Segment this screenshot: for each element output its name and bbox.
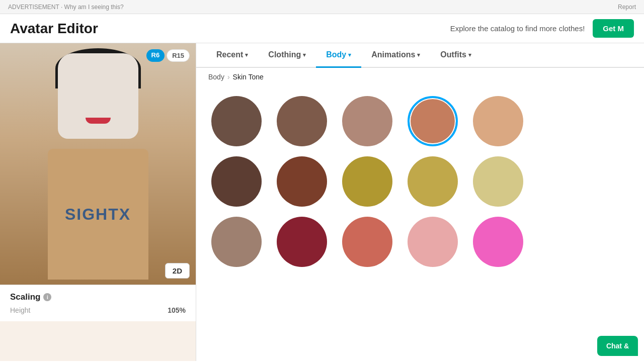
skin-tone-10[interactable] bbox=[473, 156, 523, 207]
skin-tone-13[interactable] bbox=[342, 217, 392, 267]
chevron-animations-icon: ▾ bbox=[417, 52, 420, 58]
get-more-button[interactable]: Get M bbox=[593, 19, 634, 38]
chat-button[interactable]: Chat & bbox=[597, 336, 638, 356]
skin-tone-7[interactable] bbox=[277, 156, 327, 207]
height-value: 105% bbox=[168, 306, 186, 314]
badge-r6[interactable]: R6 bbox=[146, 49, 165, 62]
main-header: Avatar Editor Explore the catalog to fin… bbox=[0, 14, 644, 43]
chevron-recent-icon: ▾ bbox=[245, 52, 248, 58]
scaling-label: Scaling bbox=[10, 292, 40, 302]
tab-label-clothing: Clothing bbox=[268, 50, 301, 59]
skin-tone-6[interactable] bbox=[211, 156, 262, 207]
avatar-body: SIGHTX bbox=[48, 149, 148, 280]
skin-tone-11[interactable] bbox=[211, 217, 262, 267]
ad-bar: ADVERTISEMENT · Why am I seeing this? Re… bbox=[0, 0, 644, 14]
right-panel: Recent▾Clothing▾Body▾Animations▾Outfits▾… bbox=[196, 43, 644, 361]
ad-bar-left: ADVERTISEMENT · Why am I seeing this? bbox=[8, 4, 124, 11]
avatar-panel: SIGHTX R6 R15 2D Scaling i Height 105% bbox=[0, 43, 196, 361]
tab-body[interactable]: Body▾ bbox=[316, 43, 361, 68]
scaling-section: Scaling i Height 105% bbox=[0, 285, 196, 321]
ad-bar-right[interactable]: Report bbox=[618, 4, 636, 11]
scaling-title: Scaling i bbox=[10, 292, 186, 302]
chevron-clothing-icon: ▾ bbox=[303, 52, 306, 58]
catalog-text: Explore the catalog to find more clothes… bbox=[450, 24, 585, 33]
chevron-outfits-icon: ▾ bbox=[468, 52, 471, 58]
avatar-viewport: SIGHTX R6 R15 2D bbox=[0, 43, 196, 285]
skin-tone-9[interactable] bbox=[408, 156, 458, 207]
avatar-body-text: SIGHTX bbox=[65, 205, 131, 224]
skin-tone-2[interactable] bbox=[277, 96, 327, 146]
tab-label-recent: Recent bbox=[216, 50, 243, 59]
page-title: Avatar Editor bbox=[10, 21, 98, 37]
skin-tone-1[interactable] bbox=[211, 96, 262, 146]
skin-tone-grid bbox=[211, 96, 629, 267]
avatar-badges: R6 R15 bbox=[146, 49, 190, 62]
tab-animations[interactable]: Animations▾ bbox=[361, 43, 430, 68]
skin-tone-15[interactable] bbox=[473, 217, 523, 267]
content-area: SIGHTX R6 R15 2D Scaling i Height 105% bbox=[0, 43, 644, 361]
tab-label-body: Body bbox=[326, 50, 346, 59]
chevron-body-icon: ▾ bbox=[348, 52, 351, 58]
skin-tone-area bbox=[196, 86, 644, 361]
skin-tone-14[interactable] bbox=[408, 217, 458, 267]
breadcrumb-current: Skin Tone bbox=[233, 73, 264, 81]
skin-tone-8[interactable] bbox=[342, 156, 392, 207]
info-icon[interactable]: i bbox=[43, 293, 51, 301]
tab-label-animations: Animations bbox=[371, 50, 415, 59]
nav-tabs: Recent▾Clothing▾Body▾Animations▾Outfits▾ bbox=[196, 43, 644, 68]
breadcrumb-separator: › bbox=[227, 73, 230, 81]
height-label: Height bbox=[10, 306, 30, 314]
header-right: Explore the catalog to find more clothes… bbox=[450, 19, 634, 38]
breadcrumb: Body › Skin Tone bbox=[196, 68, 644, 86]
avatar-face bbox=[58, 53, 138, 139]
skin-tone-12[interactable] bbox=[277, 217, 327, 267]
btn-2d[interactable]: 2D bbox=[165, 263, 190, 279]
skin-tone-4[interactable] bbox=[408, 96, 458, 146]
tab-recent[interactable]: Recent▾ bbox=[206, 43, 258, 68]
breadcrumb-parent[interactable]: Body bbox=[208, 73, 224, 81]
badge-r15[interactable]: R15 bbox=[167, 49, 190, 62]
skin-tone-3[interactable] bbox=[342, 96, 392, 146]
skin-tone-5[interactable] bbox=[473, 96, 523, 146]
tab-label-outfits: Outfits bbox=[440, 50, 466, 59]
tab-clothing[interactable]: Clothing▾ bbox=[258, 43, 316, 68]
scaling-row-height: Height 105% bbox=[10, 306, 186, 314]
tab-outfits[interactable]: Outfits▾ bbox=[430, 43, 481, 68]
avatar-head bbox=[53, 53, 143, 154]
